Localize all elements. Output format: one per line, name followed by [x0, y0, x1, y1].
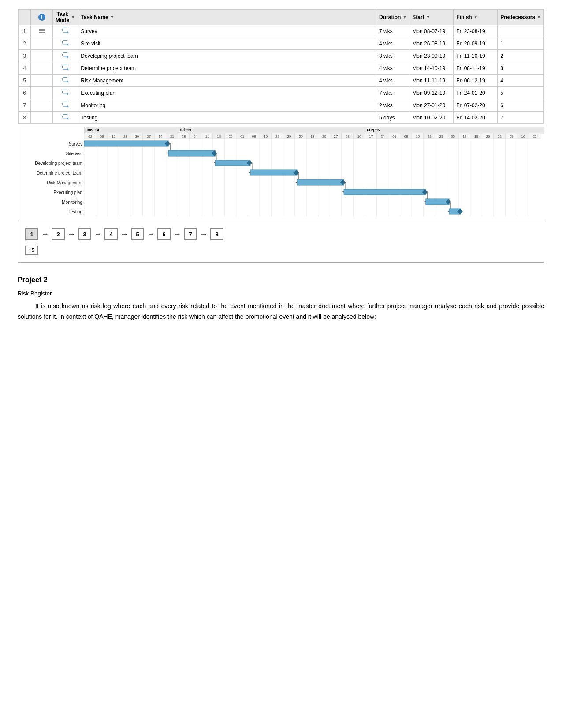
table-row: 6 ⮎ Executing plan 7 wks Mon 09-12-19 Fr… [19, 87, 544, 99]
task-name-sort-icon[interactable]: ▼ [110, 15, 114, 19]
row-id: 8 [19, 112, 31, 124]
gantt-chart-wrapper[interactable]: Jun '19Jul '19Aug '19Sep '19Oct '19Nov '… [18, 127, 544, 221]
svg-rect-148 [297, 179, 344, 185]
task-mode-icon[interactable]: ⮎ [61, 76, 69, 85]
svg-text:26: 26 [486, 134, 490, 138]
row-start: Mon 11-11-19 [409, 75, 454, 87]
info-icon: i [38, 14, 45, 21]
svg-text:22: 22 [428, 134, 432, 138]
row-task-mode: ⮎ [53, 62, 78, 75]
svg-text:29: 29 [439, 134, 443, 138]
row-grid-icon [31, 75, 53, 87]
svg-rect-4 [365, 127, 544, 133]
row-finish: Fri 14-02-20 [454, 112, 498, 124]
svg-text:Jul '19: Jul '19 [179, 128, 191, 132]
row-duration: 4 wks [376, 62, 409, 75]
col-header-mode: TaskMode ▼ [53, 10, 78, 25]
task-mode-icon[interactable]: ⮎ [61, 26, 69, 35]
start-sort-icon[interactable]: ▼ [426, 15, 430, 19]
svg-text:25: 25 [229, 134, 233, 138]
row-id: 7 [19, 99, 31, 112]
row-task-mode: ⮎ [53, 75, 78, 87]
svg-text:29: 29 [287, 134, 291, 138]
row-start: Mon 27-01-20 [409, 99, 454, 112]
svg-text:15: 15 [416, 134, 420, 138]
duration-label: Duration [379, 14, 401, 20]
network-node-1: 1 [25, 228, 38, 240]
row-duration: 4 wks [376, 75, 409, 87]
row-duration: 5 days [376, 112, 409, 124]
task-mode-icon[interactable]: ⮎ [61, 51, 69, 60]
row-task-mode: ⮎ [53, 37, 78, 50]
svg-text:11: 11 [205, 134, 209, 138]
row-pred: 6 [498, 99, 544, 112]
row-grid-icon [31, 99, 53, 112]
row-grid-icon [31, 25, 53, 37]
row-start: Mon 09-12-19 [409, 87, 454, 99]
svg-text:22: 22 [275, 134, 279, 138]
text-section: Project 2 Risk Register It is also known… [18, 276, 544, 322]
table-row: 1 ⮎ Survey 7 wks Mon 08-07-19 Fri 23-08-… [19, 25, 544, 37]
gantt-table-section: i TaskMode ▼ Task Name ▼ Durati [18, 9, 544, 124]
svg-rect-145 [250, 170, 297, 175]
svg-text:08: 08 [252, 134, 256, 138]
svg-text:18: 18 [217, 134, 221, 138]
col-header-finish: Finish ▼ [454, 10, 498, 25]
task-mode-sort-icon[interactable]: ▼ [71, 15, 75, 19]
row-id: 6 [19, 87, 31, 99]
row-task-name: Monitoring [78, 99, 376, 112]
row-duration: 4 wks [376, 37, 409, 50]
svg-rect-136 [84, 141, 168, 146]
svg-text:08: 08 [404, 134, 408, 138]
svg-text:02: 02 [88, 134, 92, 138]
table-row: 3 ⮎ Developing project team 3 wks Mon 23… [19, 50, 544, 62]
finish-sort-icon[interactable]: ▼ [474, 15, 478, 19]
risk-register-link[interactable]: Risk Register [18, 290, 544, 297]
row-finish: Fri 07-02-20 [454, 99, 498, 112]
task-mode-icon[interactable]: ⮎ [61, 113, 69, 122]
svg-text:Survey: Survey [69, 142, 82, 146]
svg-text:Jun '19: Jun '19 [86, 128, 99, 132]
row-duration: 7 wks [376, 87, 409, 99]
row-grid-icon [31, 87, 53, 99]
svg-text:12: 12 [463, 134, 467, 138]
task-mode-icon[interactable]: ⮎ [61, 63, 69, 72]
row-start: Mon 14-10-19 [409, 62, 454, 75]
task-mode-icon[interactable]: ⮎ [61, 39, 69, 48]
svg-rect-139 [168, 150, 215, 156]
svg-text:07: 07 [147, 134, 151, 138]
row-duration: 3 wks [376, 50, 409, 62]
svg-text:27: 27 [334, 134, 338, 138]
svg-rect-142 [215, 160, 250, 166]
row-finish: Fri 24-01-20 [454, 87, 498, 99]
svg-text:16: 16 [521, 134, 525, 138]
svg-text:24: 24 [381, 134, 385, 138]
network-node-6: 6 [157, 228, 171, 240]
network-node-3: 3 [78, 228, 91, 240]
svg-text:28: 28 [182, 134, 186, 138]
svg-text:Site visit: Site visit [66, 151, 82, 156]
row-grid-icon [31, 50, 53, 62]
svg-text:Determine project team: Determine project team [37, 171, 82, 175]
task-mode-icon[interactable]: ⮎ [61, 88, 69, 97]
finish-label: Finish [456, 14, 472, 20]
table-row: 5 ⮎ Risk Management 4 wks Mon 11-11-19 F… [19, 75, 544, 87]
row-id: 5 [19, 75, 31, 87]
task-mode-icon[interactable]: ⮎ [61, 101, 69, 109]
duration-sort-icon[interactable]: ▼ [402, 15, 406, 19]
svg-text:04: 04 [194, 134, 197, 138]
network-node-7: 7 [184, 228, 197, 240]
svg-text:01: 01 [392, 134, 396, 138]
arrow-6-7: → [173, 230, 181, 239]
col-header-pred: Predecessors ▼ [498, 10, 544, 25]
row-pred: 5 [498, 87, 544, 99]
row-task-mode: ⮎ [53, 112, 78, 124]
svg-text:Executing plan: Executing plan [53, 190, 82, 195]
row-pred: 7 [498, 112, 544, 124]
svg-text:09: 09 [510, 134, 514, 138]
network-row-2: 15 [25, 246, 537, 255]
row-pred [498, 25, 544, 37]
svg-text:02: 02 [498, 134, 502, 138]
pred-sort-icon[interactable]: ▼ [537, 15, 541, 19]
svg-text:03: 03 [346, 134, 350, 138]
